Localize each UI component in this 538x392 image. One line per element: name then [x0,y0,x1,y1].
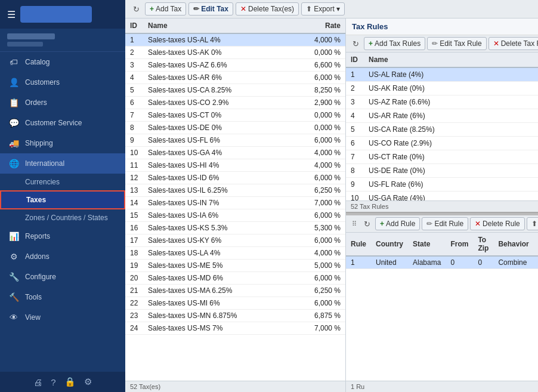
sidebar-item-catalog[interactable]: 🏷 Catalog [0,52,125,72]
printer-icon[interactable]: 🖨 [33,377,42,387]
table-row[interactable]: 15 Sales-taxes US-IA 6% 6,000 % [125,209,345,222]
tax-name: Sales-taxes US-MD 6% [143,272,307,285]
detail-col-tozip: To Zip [473,233,493,256]
tax-rate: 8,250 % [307,84,345,97]
sidebar-item-shipping[interactable]: 🚚 Shipping [0,133,125,153]
table-row[interactable]: 6 US-CO Rate (2.9%) [346,137,538,150]
table-row[interactable]: 21 Sales-taxes US-MA 6.25% 6,250 % [125,285,345,297]
tax-rate: 4,000 % [307,147,345,159]
table-row[interactable]: 9 Sales-taxes US-FL 6% 6,000 % [125,134,345,147]
table-row[interactable]: 8 Sales-taxes US-DE 0% 0,000 % [125,122,345,134]
table-row[interactable]: 23 Sales-taxes US-MN 6.875% 6,875 % [125,310,345,322]
sidebar-item-customer-service[interactable]: 💬 Customer Service [0,113,125,133]
table-row[interactable]: 24 Sales-taxes US-MS 7% 7,000 % [125,322,345,335]
tax-rate: 0,000 % [307,109,345,122]
refresh-detail-icon[interactable]: ↻ [361,218,373,230]
tax-rate: 0,000 % [307,122,345,134]
tax-rules-panel: Tax Rules ↻ + Add Tax Rules ✏ Edit Tax R… [346,18,538,392]
export-icon: ⬆ [531,220,537,228]
taxes-table-scroll[interactable]: ID Name Rate 1 Sales-taxes US-AL 4% 4,00… [125,18,345,381]
table-row[interactable]: 10 Sales-taxes US-GA 4% 4,000 % [125,147,345,159]
settings-icon[interactable]: ⚙ [84,376,92,387]
international-icon: 🌐 [8,159,19,168]
table-row[interactable]: 10 US-GA Rate (4%) [346,192,538,201]
col-name: Name [143,18,307,33]
tax-rate: 6,000 % [307,209,345,222]
sidebar-item-addons[interactable]: ⚙ Addons [0,246,125,267]
rule-details-table-scroll[interactable]: Rule Country State From To Zip Behavior … [346,233,538,381]
refresh-rules-icon[interactable]: ↻ [350,38,362,50]
rule-id: 7 [346,150,364,164]
table-row[interactable]: 5 Sales-taxes US-CA 8.25% 8,250 % [125,84,345,97]
table-row[interactable]: 7 US-CT Rate (0%) [346,150,538,164]
tax-rules-table-scroll[interactable]: ID Name Active 1 US-AL Rate (4%) 2 US-AK… [346,53,538,200]
sidebar-item-tools[interactable]: 🔨 Tools [0,287,125,307]
table-row[interactable]: 22 Sales-taxes US-MI 6% 6,000 % [125,297,345,310]
table-row[interactable]: 18 Sales-taxes US-LA 4% 4,000 % [125,247,345,260]
table-row[interactable]: 3 Sales-taxes US-AZ 6.6% 6,600 % [125,59,345,72]
table-row[interactable]: 3 US-AZ Rate (6.6%) [346,95,538,109]
sidebar-item-configure[interactable]: 🔧 Configure [0,267,125,287]
delete-tax-button[interactable]: ✕ Delete Tax(es) [236,2,299,16]
rule-id: 2 [346,82,364,95]
table-row[interactable]: 1 United Alabama 0 0 Combine 4,000 [346,256,538,269]
table-row[interactable]: 12 Sales-taxes US-ID 6% 6,000 % [125,172,345,184]
sidebar-item-customers[interactable]: 👤 Customers [0,72,125,92]
rule-id: 8 [346,164,364,178]
export-rule-button[interactable]: ⬆ Export ▾ [527,217,538,230]
table-row[interactable]: 1 US-AL Rate (4%) [346,67,538,82]
tax-rate: 6,000 % [307,297,345,310]
sidebar-item-international[interactable]: 🌐 International [0,153,125,174]
delete-rule-button[interactable]: ✕ Delete Rule [470,217,525,230]
table-row[interactable]: 1 Sales-taxes US-AL 4% 4,000 % [125,33,345,47]
tax-name: Sales-taxes US-ME 5% [143,260,307,272]
add-tax-rules-button[interactable]: + Add Tax Rules [364,37,425,50]
tax-rate: 6,875 % [307,310,345,322]
table-row[interactable]: 4 US-AR Rate (6%) [346,109,538,123]
sidebar-item-label: International [25,159,64,168]
sidebar-subitem-taxes[interactable]: Taxes [0,190,125,209]
refresh-icon[interactable]: ↻ [130,4,143,15]
table-row[interactable]: 16 Sales-taxes US-KS 5.3% 5,300 % [125,222,345,234]
table-row[interactable]: 14 Sales-taxes US-IN 7% 7,000 % [125,197,345,209]
sidebar-item-orders[interactable]: 📋 Orders [0,92,125,113]
lock-icon[interactable]: 🔒 [64,376,76,387]
table-row[interactable]: 2 US-AK Rate (0%) [346,82,538,95]
table-row[interactable]: 9 US-FL Rate (6%) [346,178,538,192]
table-row[interactable]: 8 US-DE Rate (0%) [346,164,538,178]
sidebar-subitem-currencies[interactable]: Currencies [0,174,125,190]
export-button[interactable]: ⬆ Export ▾ [301,2,345,16]
help-icon[interactable]: ? [51,377,55,387]
table-row[interactable]: 7 Sales-taxes US-CT 0% 0,000 % [125,109,345,122]
tax-id: 5 [125,84,143,97]
edit-tax-button[interactable]: ✏ Edit Tax [188,2,233,16]
table-row[interactable]: 5 US-CA Rate (8.25%) [346,123,538,137]
sidebar-item-view[interactable]: 👁 View [0,307,125,328]
table-row[interactable]: 17 Sales-taxes US-KY 6% 6,000 % [125,234,345,247]
table-row[interactable]: 20 Sales-taxes US-MD 6% 6,000 % [125,272,345,285]
rule-id: 1 [346,67,364,82]
rule-id: 5 [346,123,364,137]
add-rule-button[interactable]: + Add Rule [375,217,420,230]
table-row[interactable]: 11 Sales-taxes US-HI 4% 4,000 % [125,159,345,172]
edit-rule-button[interactable]: ✏ Edit Rule [422,217,468,230]
tax-id: 20 [125,272,143,285]
zones-label: Zones / Countries / States [25,214,108,222]
panels-container: ID Name Rate 1 Sales-taxes US-AL 4% 4,00… [125,18,538,392]
tax-rate: 7,000 % [307,322,345,335]
table-row[interactable]: 6 Sales-taxes US-CO 2.9% 2,900 % [125,97,345,109]
sidebar-subitem-zones[interactable]: Zones / Countries / States [0,209,125,226]
sidebar-item-reports[interactable]: 📊 Reports [0,226,125,246]
edit-tax-rule-button[interactable]: ✏ Edit Tax Rule [427,37,486,50]
table-row[interactable]: 2 Sales-taxes US-AK 0% 0,000 % [125,47,345,59]
table-row[interactable]: 13 Sales-taxes US-IL 6.25% 6,250 % [125,184,345,197]
table-row[interactable]: 4 Sales-taxes US-AR 6% 6,000 % [125,72,345,84]
delete-tax-rule-button[interactable]: ✕ Delete Tax Rule(s) [488,37,538,50]
tax-id: 1 [125,33,143,47]
add-tax-button[interactable]: + Add Tax [145,2,186,16]
tax-rate: 6,250 % [307,184,345,197]
rule-name: US-FL Rate (6%) [364,178,538,192]
table-row[interactable]: 19 Sales-taxes US-ME 5% 5,000 % [125,260,345,272]
hamburger-icon[interactable]: ☰ [7,9,16,20]
reports-icon: 📊 [8,232,19,241]
